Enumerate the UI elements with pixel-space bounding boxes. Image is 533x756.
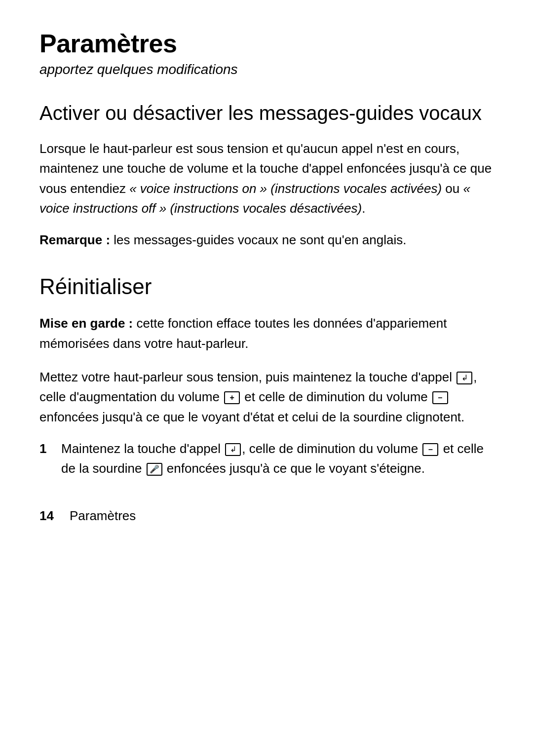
step-number: 1 <box>39 439 61 458</box>
footer-section-name: Paramètres <box>70 508 136 524</box>
reinitialiser-steps: 1 Maintenez la touche d'appel ↲, celle d… <box>39 439 494 479</box>
page-subtitle: apportez quelques modifications <box>39 62 494 77</box>
list-item: 1 Maintenez la touche d'appel ↲, celle d… <box>39 439 494 479</box>
footer-page-number: 14 <box>39 508 54 524</box>
mic-icon: 🎤 <box>147 463 162 476</box>
section-voice-guide: Activer ou désactiver les messages-guide… <box>39 101 494 250</box>
phone-icon-2: ↲ <box>225 443 241 456</box>
step-content: Maintenez la touche d'appel ↲, celle de … <box>61 439 494 479</box>
minus-icon-2: – <box>422 443 438 456</box>
plus-icon: + <box>224 391 240 404</box>
footer: 14 Paramètres <box>39 508 494 524</box>
phone-icon: ↲ <box>457 372 472 384</box>
section-voice-guide-note: Remarque : les messages-guides vocaux ne… <box>39 230 494 250</box>
section-reinitialiser: Réinitialiser Mise en garde : cette fonc… <box>39 274 494 479</box>
section-voice-guide-body: Lorsque le haut-parleur est sous tension… <box>39 139 494 218</box>
section-reinitialiser-title: Réinitialiser <box>39 274 494 300</box>
minus-icon: – <box>432 391 448 404</box>
section-reinitialiser-warning: Mise en garde : cette fonction efface to… <box>39 313 494 353</box>
section-reinitialiser-body: Mettez votre haut-parleur sous tension, … <box>39 367 494 427</box>
warning-label: Mise en garde : <box>39 316 133 331</box>
section-voice-guide-title: Activer ou désactiver les messages-guide… <box>39 101 494 125</box>
page-title: Paramètres <box>39 30 494 58</box>
note-label: Remarque : <box>39 232 110 247</box>
